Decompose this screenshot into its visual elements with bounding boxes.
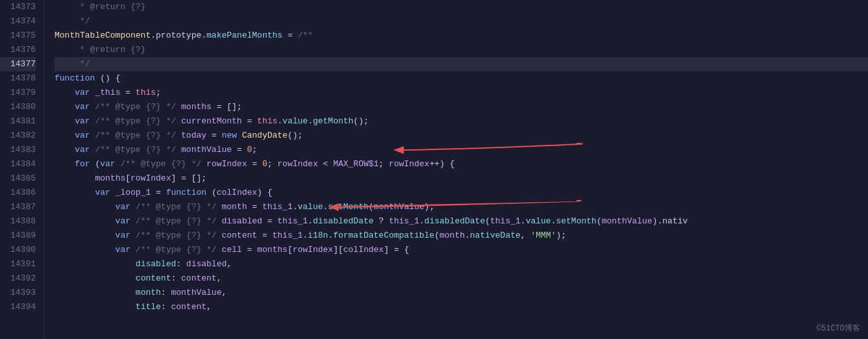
token-prop: nativeDate — [470, 231, 521, 240]
token-cm: /** @type {?} */ — [130, 216, 217, 226]
token-prop: disabled — [136, 259, 176, 269]
token-op: ][ — [333, 245, 343, 255]
line-number: 14394 — [0, 300, 36, 314]
token-op: . — [277, 116, 282, 126]
token-op: , — [206, 302, 212, 312]
token-num: 0 — [262, 159, 267, 169]
token-kw: var — [55, 145, 90, 155]
code-line: var /** @type {?} */ currentMonth = this… — [55, 114, 868, 129]
token-op: : — [161, 288, 171, 297]
token-var-name: monthValue — [181, 145, 232, 155]
code-line: */ — [55, 14, 868, 29]
code-line: var /** @type {?} */ content = this_1.i1… — [55, 229, 868, 243]
token-var-name: cell — [221, 245, 242, 255]
token-op: = — [247, 202, 262, 212]
line-number: 14390 — [0, 243, 36, 257]
token-op: , — [217, 273, 222, 283]
token-var-name: monthValue — [171, 288, 221, 297]
token-cm: */ — [55, 59, 90, 69]
token-op: . — [293, 202, 298, 212]
token-op: ( — [434, 231, 440, 240]
code-line: for (var /** @type {?} */ rowIndex = 0; … — [55, 157, 868, 171]
token-op: . — [308, 116, 313, 126]
token-cm: /** @type {?} */ — [90, 131, 177, 140]
token-prop: i18n — [308, 231, 328, 240]
line-number: 14383 — [0, 143, 36, 157]
token-op: : — [171, 273, 181, 283]
token-cm: /** @type {?} */ — [116, 159, 202, 169]
token-var-name: content — [221, 231, 257, 240]
token-cls: MonthTableComponent — [55, 31, 151, 40]
token-prop: content — [136, 273, 171, 283]
token-cm: /** @type {?} */ — [90, 116, 177, 126]
token-var-name: this_1 — [262, 202, 293, 212]
line-number: 14382 — [0, 129, 36, 143]
line-number: 14393 — [0, 286, 36, 300]
token-op: ( — [206, 188, 217, 197]
token-cm: * @return {?} — [55, 2, 145, 12]
token-op: ; — [267, 159, 278, 169]
token-prop: value — [526, 216, 551, 226]
token-prop: disabledDate — [313, 216, 374, 226]
token-kw: var — [55, 116, 90, 126]
token-kw: var — [55, 202, 130, 212]
code-line: content: content, — [55, 271, 868, 286]
token-op — [237, 131, 242, 140]
token-op: ( — [485, 216, 490, 226]
line-number: 14385 — [0, 171, 36, 186]
token-op — [55, 288, 136, 297]
token-op: . — [328, 231, 333, 240]
token-var-name: MAX_ROW$1 — [333, 159, 378, 169]
token-var-name: this_1 — [277, 216, 308, 226]
token-fn: formatDateCompatible — [333, 231, 434, 240]
code-line: var /** @type {?} */ monthValue = 0; — [55, 143, 868, 157]
code-line: var /** @type {?} */ disabled = this_1.d… — [55, 214, 868, 229]
token-op — [201, 159, 206, 169]
token-op: . — [419, 216, 425, 226]
token-kw: function — [55, 73, 95, 83]
token-op: < — [318, 159, 333, 169]
token-var-name: disabled — [186, 259, 227, 269]
token-op — [55, 173, 95, 183]
token-kw: function — [166, 188, 206, 197]
token-op: ( — [90, 159, 101, 169]
token-op: . — [303, 231, 308, 240]
token-kw: var — [55, 102, 90, 112]
token-var-name: rowIndex — [277, 159, 317, 169]
token-var-name: rowIndex — [130, 173, 171, 183]
line-number: 14391 — [0, 257, 36, 271]
token-prop: makePanelMonths — [206, 31, 282, 40]
code-line: var _this = this; — [55, 86, 868, 100]
token-op: ; — [378, 159, 389, 169]
token-kw: var — [55, 188, 110, 197]
code-area[interactable]: * @return {?} */MonthTableComponent.prot… — [44, 0, 868, 339]
code-line: var /** @type {?} */ month = this_1.valu… — [55, 200, 868, 214]
token-this-kw: this — [257, 116, 277, 126]
token-prop: title — [136, 302, 161, 312]
token-op — [55, 302, 136, 312]
token-op: ( — [597, 216, 602, 226]
token-op: = []; — [212, 102, 242, 112]
token-op: (); — [288, 131, 303, 140]
token-var-name: month — [221, 202, 247, 212]
code-line: function () { — [55, 71, 868, 86]
token-cm: /** — [298, 31, 313, 40]
token-fn: setMonth — [556, 216, 596, 226]
token-op: = — [151, 188, 166, 197]
token-var-name: disabled — [221, 216, 262, 226]
token-cm: /** @type {?} */ — [90, 145, 177, 155]
line-number: 14380 — [0, 100, 36, 114]
line-number: 14389 — [0, 229, 36, 243]
token-op — [176, 102, 181, 112]
token-op: [ — [288, 245, 293, 255]
token-kw: var — [100, 159, 115, 169]
code-line: title: content, — [55, 300, 868, 314]
token-op: ; — [252, 145, 257, 155]
token-op: = — [282, 31, 297, 40]
token-cm: /** @type {?} */ — [130, 231, 217, 240]
token-op: = — [242, 116, 257, 126]
token-op: ); — [425, 202, 435, 212]
line-number: 14384 — [0, 157, 36, 171]
token-op: . — [465, 231, 470, 240]
token-op: = — [206, 131, 221, 140]
